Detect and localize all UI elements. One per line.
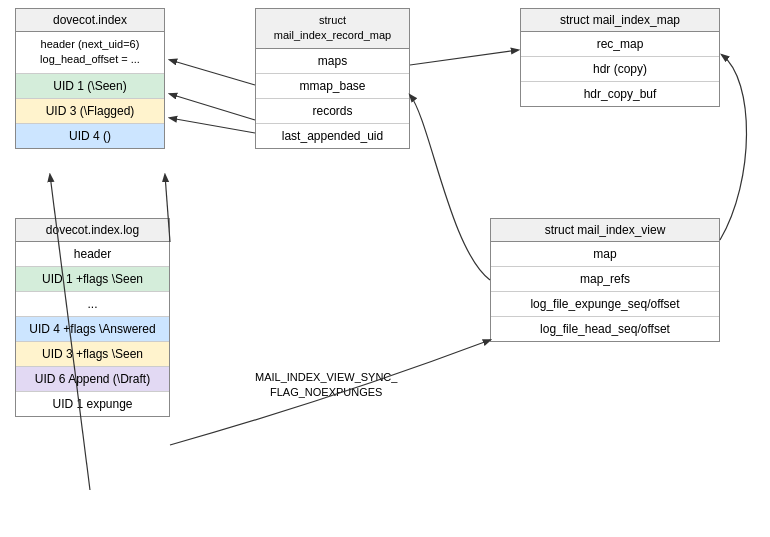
il-row-dots: ...	[16, 292, 169, 317]
svg-line-1	[410, 50, 518, 65]
iv-row-map: map	[491, 242, 719, 267]
im-row-hdr: hdr (copy)	[521, 57, 719, 82]
di-row-header: header (next_uid=6)log_head_offset = ...	[16, 32, 164, 74]
sync-flag-label: MAIL_INDEX_VIEW_SYNC_FLAG_NOEXPUNGES	[255, 370, 397, 401]
rm-row-maps: maps	[256, 49, 409, 74]
iv-row-maprefs: map_refs	[491, 267, 719, 292]
il-row-uid3: UID 3 +flags \Seen	[16, 342, 169, 367]
il-row-uid4: UID 4 +flags \Answered	[16, 317, 169, 342]
index-map-box: struct mail_index_map rec_map hdr (copy)…	[520, 8, 720, 107]
im-row-hdr-copy: hdr_copy_buf	[521, 82, 719, 106]
im-row-rec: rec_map	[521, 32, 719, 57]
iv-row-expunge: log_file_expunge_seq/offset	[491, 292, 719, 317]
svg-line-0	[170, 60, 255, 85]
index-log-title: dovecot.index.log	[16, 219, 169, 242]
di-row-uid4: UID 4 ()	[16, 124, 164, 148]
di-row-uid1: UID 1 (\Seen)	[16, 74, 164, 99]
dovecot-index-box: dovecot.index header (next_uid=6)log_hea…	[15, 8, 165, 149]
record-map-title: structmail_index_record_map	[256, 9, 409, 49]
rm-row-mmap: mmap_base	[256, 74, 409, 99]
svg-line-2	[170, 94, 255, 120]
index-map-title: struct mail_index_map	[521, 9, 719, 32]
dovecot-index-title: dovecot.index	[16, 9, 164, 32]
record-map-box: structmail_index_record_map maps mmap_ba…	[255, 8, 410, 149]
index-view-title: struct mail_index_view	[491, 219, 719, 242]
di-row-uid3: UID 3 (\Flagged)	[16, 99, 164, 124]
rm-row-last: last_appended_uid	[256, 124, 409, 148]
il-row-uid1flags: UID 1 +flags \Seen	[16, 267, 169, 292]
il-row-uid1exp: UID 1 expunge	[16, 392, 169, 416]
iv-row-head: log_file_head_seq/offset	[491, 317, 719, 341]
rm-row-records: records	[256, 99, 409, 124]
il-row-uid6: UID 6 Append (\Draft)	[16, 367, 169, 392]
il-row-header: header	[16, 242, 169, 267]
svg-line-3	[170, 118, 255, 133]
index-log-box: dovecot.index.log header UID 1 +flags \S…	[15, 218, 170, 417]
index-view-box: struct mail_index_view map map_refs log_…	[490, 218, 720, 342]
